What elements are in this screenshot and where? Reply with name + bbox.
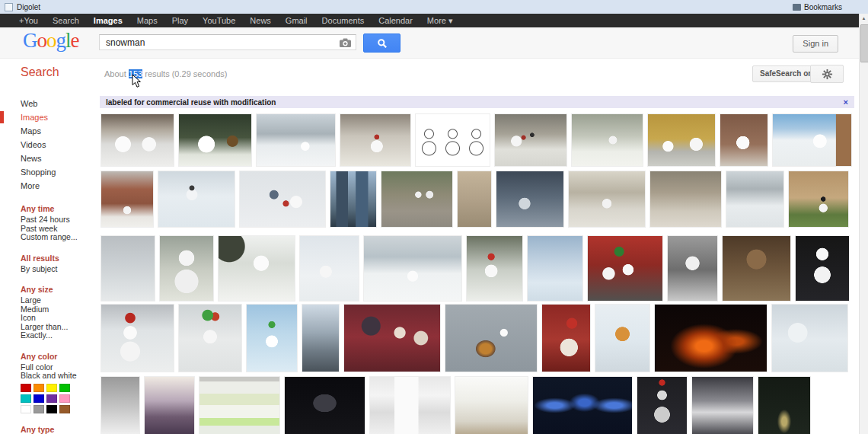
image-result-brick-house-snowman[interactable] [720, 114, 767, 166]
image-result-tiger-in-snow[interactable] [595, 305, 649, 372]
image-result-small-snowman-field[interactable] [300, 236, 359, 301]
image-result-sepia-closeup[interactable] [723, 236, 790, 301]
notice-close-icon[interactable]: × [844, 97, 848, 107]
image-result-lawn-snowman-house[interactable] [789, 171, 848, 227]
filter-link[interactable]: Past 24 hours [21, 215, 97, 225]
filter-link[interactable]: By subject [21, 265, 97, 274]
filter-link[interactable]: Icon [21, 314, 97, 323]
filter-link[interactable]: Exactly... [21, 331, 97, 340]
search-button[interactable] [363, 34, 400, 53]
image-result-pavement-tiny-snowman[interactable] [445, 305, 537, 372]
image-result-noel-plush-snowmen[interactable] [344, 305, 440, 372]
image-result-valley-panorama[interactable] [364, 236, 461, 301]
image-result-snowman-painting[interactable] [247, 305, 297, 372]
color-swatch[interactable] [59, 394, 70, 403]
sidebar-item-web[interactable]: Web [0, 97, 97, 110]
color-swatch[interactable] [21, 394, 31, 403]
image-result-tinted-city-canal[interactable] [145, 377, 194, 434]
image-result-yellow-building-snowmen[interactable] [648, 114, 715, 166]
color-swatch[interactable] [34, 405, 44, 413]
sidebar-item-maps[interactable]: Maps [0, 124, 97, 138]
image-result-red-bucket-snowman[interactable] [101, 305, 174, 372]
filter-section-title[interactable]: Any type [21, 425, 97, 434]
topnav-item-images[interactable]: Images [94, 16, 123, 25]
image-result-bw-snowy-trees[interactable] [101, 377, 139, 434]
image-result-snowman-driveway[interactable] [340, 114, 410, 166]
color-swatch[interactable] [59, 384, 70, 392]
topnav-item-youtube[interactable]: YouTube [203, 16, 235, 25]
scrollbar-up-arrow[interactable]: ▲ [860, 14, 868, 23]
image-result-winter-street[interactable] [302, 305, 339, 372]
color-swatch[interactable] [21, 405, 31, 413]
image-result-snowy-lane[interactable] [726, 171, 783, 227]
topnav-item-more[interactable]: More ▾ [427, 16, 453, 26]
image-result-red-hat-snowman[interactable] [467, 236, 522, 301]
image-result-bench-snowman[interactable] [219, 236, 295, 301]
image-result-stone-lodge-snowman[interactable] [569, 171, 645, 227]
image-result-dusk-snow-scene[interactable] [496, 171, 563, 227]
filter-link[interactable]: Custom range... [21, 233, 97, 242]
image-result-santa-dog[interactable] [542, 305, 590, 372]
bookmarks-button[interactable]: Bookmarks [793, 3, 842, 11]
image-result-snowy-field[interactable] [572, 114, 643, 166]
color-swatch[interactable] [59, 405, 70, 413]
color-swatch[interactable] [34, 394, 44, 403]
image-result-night-snowman[interactable] [796, 236, 849, 301]
image-result-snowman-drawing[interactable] [416, 114, 490, 166]
image-result-night-trees[interactable] [758, 377, 810, 434]
image-result-software-window-screenshot[interactable] [199, 377, 279, 434]
color-swatch[interactable] [46, 384, 57, 392]
search-by-image-camera-icon[interactable] [339, 37, 352, 48]
image-result-city-towers[interactable] [330, 171, 376, 227]
image-result-snowman-with-sign[interactable] [179, 114, 251, 166]
filter-section-title[interactable]: All results [21, 254, 97, 263]
image-result-snowy-park-people[interactable] [495, 114, 566, 166]
image-result-blue-winter-path[interactable] [528, 236, 582, 301]
image-result-thawing-field[interactable] [650, 171, 721, 227]
image-result-garden-wall-snowmen[interactable] [381, 171, 452, 227]
image-result-snowmen-on-bench[interactable] [101, 114, 174, 166]
scrollbar-thumb[interactable] [860, 24, 868, 62]
image-result-melting-snowman[interactable] [772, 305, 847, 372]
image-result-snow-texture[interactable] [455, 377, 528, 434]
sidebar-item-news[interactable]: News [0, 152, 97, 165]
topnav-item-you[interactable]: +You [19, 16, 38, 25]
image-result-dusk-snowman-red-cap[interactable] [637, 377, 687, 434]
sign-in-button[interactable]: Sign in [793, 35, 838, 53]
color-swatch[interactable] [46, 394, 57, 403]
sidebar-item-images[interactable]: Images [0, 110, 97, 124]
image-result-green-hat-snowman[interactable] [179, 305, 241, 372]
color-swatch[interactable] [21, 384, 31, 392]
filter-section-title[interactable]: Any size [21, 285, 97, 295]
filter-link[interactable]: Black and white [21, 372, 97, 381]
image-result-blue-light-sculptures[interactable] [533, 377, 632, 434]
image-result-bw-snowman[interactable] [668, 236, 717, 301]
image-result-dialog-screenshot[interactable] [370, 377, 450, 434]
topnav-item-maps[interactable]: Maps [137, 16, 158, 25]
scrollbar[interactable]: ▲ [859, 14, 868, 434]
image-result-snowy-hillside[interactable] [257, 114, 335, 166]
google-logo[interactable]: Google [23, 30, 79, 51]
topnav-item-play[interactable]: Play [172, 16, 188, 25]
search-input[interactable] [100, 36, 356, 50]
image-result-snowman-closeup[interactable] [160, 236, 213, 301]
image-result-snowy-brick-terrace[interactable] [101, 171, 153, 227]
sidebar-item-videos[interactable]: Videos [0, 138, 97, 152]
image-result-adult-child-building-snowman[interactable] [240, 171, 325, 227]
topnav-item-news[interactable]: News [250, 16, 271, 25]
image-result-gray-bench-snow[interactable] [101, 236, 155, 301]
image-result-bonfire-night[interactable] [655, 305, 767, 372]
filter-link[interactable]: Large [21, 296, 97, 305]
image-result-blue-sky-snowfield[interactable] [773, 114, 851, 166]
sidebar-item-shopping[interactable]: Shopping [0, 165, 97, 179]
filter-section-title[interactable]: Any time [21, 204, 97, 214]
settings-button[interactable] [810, 65, 844, 83]
topnav-item-gmail[interactable]: Gmail [286, 16, 308, 25]
topnav-item-search[interactable]: Search [53, 16, 79, 25]
topnav-item-calendar[interactable]: Calendar [378, 16, 413, 25]
image-result-snowman-figurines[interactable] [588, 236, 662, 301]
topnav-item-documents[interactable]: Documents [322, 16, 365, 25]
image-result-sand-closeup[interactable] [458, 171, 491, 227]
color-swatch[interactable] [46, 405, 57, 413]
filter-section-title[interactable]: Any color [21, 352, 97, 362]
